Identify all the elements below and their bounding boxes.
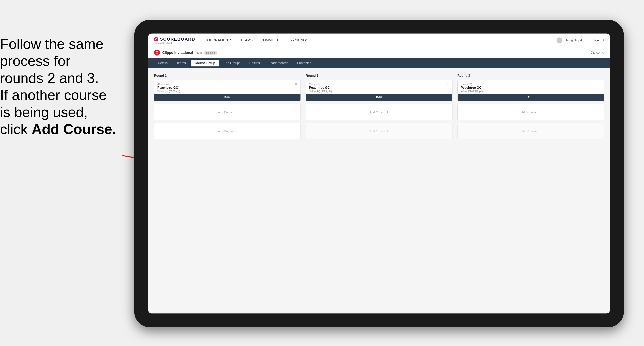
round-2-plus-icon-2: +: [386, 129, 388, 133]
round-3-course-details: Yellow (M) (6629 yds): [461, 90, 601, 93]
tournament-name: Clippd Invitational: [162, 51, 193, 55]
instruction-line6: click Add Course.: [0, 121, 122, 138]
round-1-course-name: Peachtree GC: [157, 86, 297, 90]
round-3-column: Round 3 (Course A) Peachtree GC Yellow (…: [458, 74, 604, 142]
user-email: blair@clippd.io: [564, 39, 585, 42]
instruction-line5: is being used,: [0, 104, 122, 121]
instruction-line4: If another course: [0, 87, 122, 104]
instruction-line1: Follow the same: [0, 35, 122, 52]
sign-out-link[interactable]: Sign out: [592, 39, 604, 42]
top-nav: C SCOREBOARD Powered by clippd TOURNAMEN…: [148, 33, 610, 47]
round-3-label: Round 3: [458, 74, 604, 77]
round-3-add-course-2: Add Course +: [458, 123, 604, 139]
round-1-course-header: (Course A) Peachtree GC Yellow (M) (6629…: [154, 80, 300, 94]
tab-leaderboards[interactable]: Leaderboards: [265, 60, 292, 66]
round-2-course-type: (Course A): [309, 83, 449, 86]
round-1-course-type: (Course A): [157, 83, 297, 86]
sub-header: C Clippd Invitational (Men) Hosting Canc…: [148, 47, 610, 58]
round-1-add-course-text-1: Add Course +: [218, 110, 237, 114]
nav-right: blair@clippd.io Sign out: [556, 37, 604, 43]
round-1-label: Round 1: [154, 74, 301, 77]
round-2-add-course-text-2: Add Course +: [370, 129, 388, 133]
round-1-column: Round 1 (Course A) Peachtree GC Yellow (…: [154, 74, 301, 142]
round-3-course-header: (Course A) Peachtree GC Yellow (M) (6629…: [458, 80, 604, 94]
round-1-close-button[interactable]: ×: [294, 82, 298, 86]
round-2-add-course-2: Add Course +: [306, 123, 452, 139]
round-1-add-course-1[interactable]: Add Course +: [154, 104, 301, 120]
round-1-course-card: (Course A) Peachtree GC Yellow (M) (6629…: [154, 80, 301, 101]
main-content: Round 1 (Course A) Peachtree GC Yellow (…: [148, 68, 610, 314]
nav-divider: [589, 38, 589, 42]
tab-results[interactable]: Results: [246, 60, 264, 66]
logo-c-icon: C: [154, 37, 158, 41]
round-3-course-card: (Course A) Peachtree GC Yellow (M) (6629…: [458, 80, 604, 101]
round-1-edit-button[interactable]: Edit: [154, 94, 300, 101]
nav-teams[interactable]: TEAMS: [240, 37, 253, 44]
scoreboard-logo: C SCOREBOARD Powered by clippd: [154, 37, 195, 44]
round-2-course-name: Peachtree GC: [309, 86, 449, 90]
round-2-course-card: (Course A) Peachtree GC Yellow (M) (6629…: [306, 80, 452, 101]
hosting-badge: Hosting: [204, 51, 217, 55]
round-1-add-course-2[interactable]: Add Course +: [154, 123, 301, 139]
tab-teams[interactable]: Teams: [172, 60, 190, 66]
round-2-edit-button[interactable]: Edit: [306, 94, 452, 101]
instruction-line3: rounds 2 and 3.: [0, 70, 122, 87]
tab-printables[interactable]: Printables: [293, 60, 315, 66]
round-2-course-details: Yellow (M) (6629 yds): [309, 90, 449, 93]
round-3-plus-icon-1: +: [538, 110, 540, 114]
logo-text: SCOREBOARD: [160, 37, 195, 42]
round-2-plus-icon-1: +: [386, 110, 388, 114]
round-3-add-course-1[interactable]: Add Course +: [458, 104, 604, 120]
instruction-line6-bold: Add Course.: [32, 121, 116, 137]
instruction-line6-normal: click: [0, 121, 32, 137]
round-2-add-course-text-1: Add Course +: [370, 110, 388, 114]
round-3-add-course-text-2: Add Course +: [521, 129, 540, 133]
tab-details[interactable]: Details: [154, 60, 172, 66]
tab-tee-groups[interactable]: Tee Groups: [220, 60, 244, 66]
round-1-add-course-text-2: Add Course +: [218, 129, 237, 133]
nav-rankings[interactable]: RANKINGS: [290, 37, 308, 44]
round-3-course-type: (Course A): [461, 83, 601, 86]
round-1-plus-icon-1: +: [235, 110, 237, 114]
round-3-course-name: Peachtree GC: [461, 86, 601, 90]
user-avatar: [556, 37, 562, 43]
tablet-frame: C SCOREBOARD Powered by clippd TOURNAMEN…: [134, 20, 624, 327]
nav-committee[interactable]: COMMITTEE: [260, 37, 282, 44]
logo-subtext: Powered by clippd: [154, 42, 195, 44]
tournament-type: (Men): [195, 51, 202, 54]
tab-bar: Details Teams Course Setup Tee Groups Re…: [148, 58, 610, 68]
round-3-close-button[interactable]: ×: [597, 82, 602, 86]
round-1-plus-icon-2: +: [235, 129, 237, 133]
round-2-add-course-1[interactable]: Add Course +: [306, 104, 452, 120]
instruction-panel: Follow the same process for rounds 2 and…: [0, 35, 122, 138]
round-2-course-header: (Course A) Peachtree GC Yellow (M) (6629…: [306, 80, 452, 94]
round-2-label: Round 2: [306, 74, 452, 77]
tab-course-setup[interactable]: Course Setup: [191, 60, 219, 66]
main-nav: TOURNAMENTS TEAMS COMMITTEE RANKINGS: [205, 37, 556, 44]
round-2-column: Round 2 (Course A) Peachtree GC Yellow (…: [306, 74, 452, 142]
tournament-logo-icon: C: [154, 50, 160, 56]
tablet-screen: C SCOREBOARD Powered by clippd TOURNAMEN…: [148, 33, 610, 314]
round-3-add-course-text-1: Add Course +: [521, 110, 540, 114]
cancel-x-icon: ✕: [602, 51, 604, 55]
rounds-grid: Round 1 (Course A) Peachtree GC Yellow (…: [154, 74, 604, 142]
round-3-plus-icon-2: +: [538, 129, 540, 133]
round-2-close-button[interactable]: ×: [446, 82, 450, 86]
round-1-course-details: Yellow (M) (6629 yds): [157, 90, 297, 93]
nav-tournaments[interactable]: TOURNAMENTS: [205, 37, 232, 44]
round-3-edit-button[interactable]: Edit: [458, 94, 604, 101]
instruction-line2: process for: [0, 52, 122, 69]
cancel-button[interactable]: Cancel ✕: [590, 51, 604, 55]
